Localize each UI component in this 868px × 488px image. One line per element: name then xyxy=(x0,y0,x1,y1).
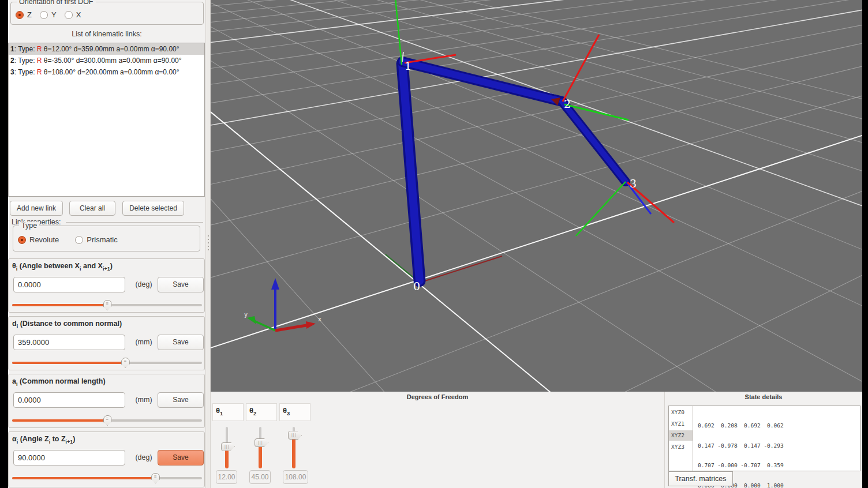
a-slider-handle[interactable] xyxy=(103,415,112,426)
ground-grid xyxy=(211,0,862,392)
link-properties-rule xyxy=(66,222,203,223)
dof-panel-title: Degrees of Freedom xyxy=(211,393,664,400)
radio-prismatic[interactable] xyxy=(75,236,83,244)
d-save-button[interactable]: Save xyxy=(158,335,204,350)
desktop-edge-left xyxy=(0,0,8,488)
radio-z-label: Z xyxy=(27,10,32,19)
dof-slider-theta3-handle[interactable] xyxy=(288,431,302,440)
gizmo-y-arrowhead xyxy=(247,316,256,324)
a-section: ai (Common normal length) (mm) Save xyxy=(8,374,205,428)
radio-y[interactable] xyxy=(40,11,48,19)
joint-label-2: 2 xyxy=(564,97,571,110)
orientation-group-title: Orientation of first DOF xyxy=(17,0,96,6)
transf-matrices-tab[interactable]: Transf. matrices xyxy=(668,471,733,486)
panel-splitter[interactable] xyxy=(205,0,211,488)
link-row-2[interactable]: 2: Type: R θ=-35.00° d=300.00mm a=0.00mm… xyxy=(9,55,204,66)
theta-section: θi (Angle between Xi and Xi+1) (deg) Sav… xyxy=(8,258,205,313)
link-row-3[interactable]: 3: Type: R θ=108.00° d=200.00mm a=0.00mm… xyxy=(9,66,204,78)
delete-selected-button[interactable]: Delete selected xyxy=(122,201,184,216)
matrix-row-2: 0.707 -0.000 -0.707 0.359 xyxy=(698,462,784,469)
d-unit-label: (mm) xyxy=(130,338,158,346)
grid-line xyxy=(211,0,862,268)
grid-line xyxy=(211,31,862,392)
alpha-slider-handle[interactable] xyxy=(151,473,160,483)
d-section: di (Distance to common normal) (mm) Save xyxy=(8,316,205,370)
grid-line xyxy=(211,2,862,392)
state-box: XYZ0 XYZ1 XYZ2 XYZ3 0.692 0.208 0.692 0.… xyxy=(668,406,860,471)
joint-label-0: 0 xyxy=(413,280,420,292)
d-slider-handle[interactable] xyxy=(121,358,130,368)
d-input[interactable] xyxy=(13,335,125,350)
theta-section-header: θi (Angle between Xi and Xi+1) xyxy=(12,262,113,272)
theta-slider-handle[interactable] xyxy=(103,300,112,310)
dof-panel: Degrees of Freedom θ1 θ2 xyxy=(211,392,664,488)
theta-slider[interactable] xyxy=(12,299,202,310)
alpha-input[interactable] xyxy=(13,450,125,466)
dof-slider-theta1-handle[interactable] xyxy=(221,442,235,451)
bottom-panels: Degrees of Freedom θ1 θ2 xyxy=(211,392,862,488)
joint-frames xyxy=(395,0,674,236)
dof-slider-theta1[interactable] xyxy=(220,427,234,468)
orientation-radio-row: Z Y X xyxy=(16,10,85,19)
frame1-x-axis xyxy=(405,55,456,63)
dof-label-theta3: θ3 xyxy=(279,403,310,421)
add-new-link-button[interactable]: Add new link xyxy=(10,201,63,216)
a-section-header: ai (Common normal length) xyxy=(12,377,106,387)
dof-value-theta1 xyxy=(216,470,237,484)
alpha-section-header: αi (Angle Zi to Zi+1) xyxy=(12,435,76,445)
clear-all-button[interactable]: Clear all xyxy=(69,201,115,216)
type-group-title: Type xyxy=(19,222,39,230)
grid-line xyxy=(211,0,862,48)
xyz-item-2[interactable]: XYZ2 xyxy=(669,430,693,441)
link-row-1[interactable]: 1: Type: R θ=12.00° d=359.00mm a=0.00mm … xyxy=(9,43,204,55)
world-x-axis xyxy=(420,256,502,283)
d-section-header: di (Distance to common normal) xyxy=(12,320,122,329)
radio-z[interactable] xyxy=(16,11,24,19)
a-input[interactable] xyxy=(13,392,125,408)
link-3-highlight xyxy=(562,102,626,182)
xyz-item-0[interactable]: XYZ0 xyxy=(669,407,693,418)
controls-panel: Orientation of first DOF Z Y X List of k… xyxy=(8,0,205,488)
xyz-item-3[interactable]: XYZ3 xyxy=(669,442,693,452)
theta-slider-fill xyxy=(12,304,107,306)
grid-line xyxy=(211,0,862,223)
frame2-x-axis xyxy=(563,35,599,102)
alpha-slider-fill xyxy=(12,477,155,479)
d-slider-fill xyxy=(12,362,125,364)
3d-viewport[interactable]: 0 1 2 3 y x xyxy=(211,0,862,392)
desktop-edge-right xyxy=(862,0,868,488)
a-save-button[interactable]: Save xyxy=(158,392,204,408)
scene-canvas[interactable]: 0 1 2 3 y x xyxy=(211,0,862,392)
xyz-list: XYZ0 XYZ1 XYZ2 XYZ3 xyxy=(669,406,693,471)
alpha-unit-label: (deg) xyxy=(130,453,158,461)
gizmo-z-arrowhead xyxy=(271,278,279,290)
joint-label-1: 1 xyxy=(405,59,411,72)
theta-unit-label: (deg) xyxy=(130,280,158,288)
matrix-row-0: 0.692 0.208 0.692 0.062 xyxy=(698,422,784,429)
dof-slider-theta2-handle[interactable] xyxy=(255,438,268,447)
alpha-slider[interactable] xyxy=(12,472,202,483)
theta-save-button[interactable]: Save xyxy=(158,277,204,292)
dof-slider-theta2[interactable] xyxy=(253,427,267,468)
radio-revolute[interactable] xyxy=(18,236,26,244)
frame3-y-axis xyxy=(576,182,626,236)
theta-input[interactable] xyxy=(13,277,125,292)
links-list-title: List of kinematic links: xyxy=(8,30,205,38)
a-slider[interactable] xyxy=(12,415,202,425)
kinematic-links-list: 1: Type: R θ=12.00° d=359.00mm a=0.00mm … xyxy=(8,43,205,197)
gizmo-x-arrow xyxy=(275,325,306,331)
matrix-row-1: 0.147 -0.978 0.147 -0.293 xyxy=(698,442,784,449)
alpha-section: αi (Angle Zi to Zi+1) (deg) Save xyxy=(8,431,205,487)
app-window: Orientation of first DOF Z Y X List of k… xyxy=(0,0,868,488)
dof-slider-theta3[interactable] xyxy=(287,427,301,468)
d-slider[interactable] xyxy=(12,357,202,367)
radio-x[interactable] xyxy=(65,11,73,19)
grid-line xyxy=(211,173,862,392)
xyz-item-1[interactable]: XYZ1 xyxy=(669,419,693,429)
dof-label-theta1: θ1 xyxy=(212,403,244,421)
alpha-save-button[interactable]: Save xyxy=(158,450,204,466)
orientation-group: Orientation of first DOF Z Y X xyxy=(10,2,204,25)
grid-line xyxy=(211,74,862,392)
state-panel-title: State details xyxy=(665,393,862,400)
dof-label-theta2: θ2 xyxy=(246,403,277,421)
